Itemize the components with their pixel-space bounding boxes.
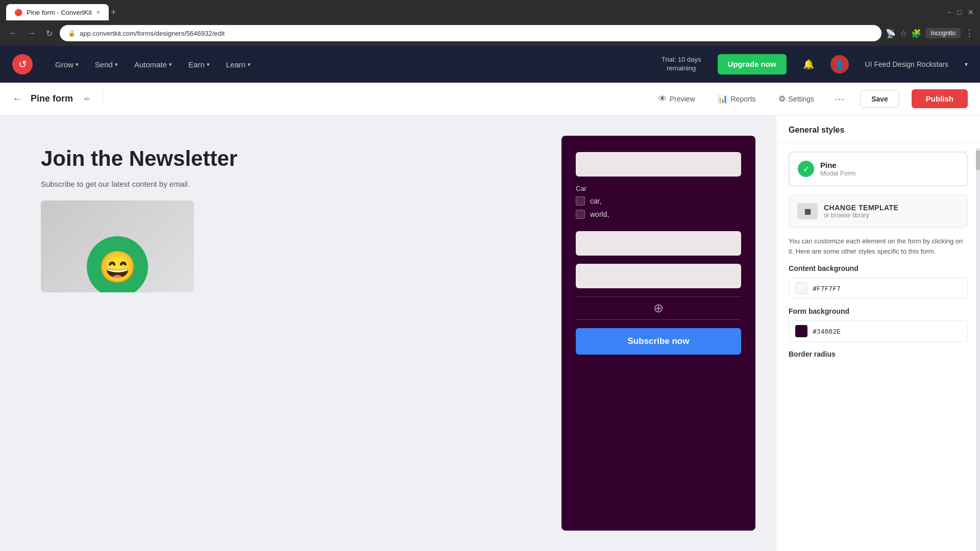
tab-bar: 🔴 Pine form - ConvertKit ✕ + − □ ✕	[0, 0, 980, 20]
checkbox-world[interactable]: world,	[576, 210, 741, 219]
change-template-subtitle: or browse library	[824, 212, 898, 219]
reload-button[interactable]: ↻	[43, 27, 56, 40]
back-button[interactable]: ←	[12, 93, 22, 105]
scrollbar-thumb[interactable]	[976, 150, 980, 170]
lock-icon: 🔒	[68, 30, 76, 37]
email-input[interactable]	[576, 231, 741, 256]
checkbox-car-label: car,	[590, 197, 602, 205]
scrollbar-track[interactable]	[976, 148, 980, 551]
preview-button[interactable]: 👁 Preview	[653, 91, 700, 107]
right-panel: General styles ✓ Pine Modal Form ▦ CHANG…	[776, 115, 980, 551]
nav-item-send[interactable]: Send ▾	[89, 57, 124, 72]
notification-bell-icon[interactable]: 🔔	[803, 59, 814, 70]
incognito-button[interactable]: Incognito	[925, 28, 961, 38]
nav-extras: 📡 ☆ 🧩 Incognito ⋮	[886, 28, 974, 39]
nav-earn-label: Earn	[188, 60, 205, 69]
menu-icon[interactable]: ⋮	[965, 28, 974, 39]
upgrade-button[interactable]: Upgrade now	[718, 54, 787, 74]
publish-button[interactable]: Publish	[912, 89, 968, 108]
save-button[interactable]: Save	[860, 90, 899, 108]
window-maximize-icon[interactable]: □	[958, 8, 962, 16]
nav-item-learn[interactable]: Learn ▾	[220, 57, 257, 72]
template-name: Pine	[820, 161, 855, 169]
general-styles-title: General styles	[789, 126, 968, 135]
first-name-input[interactable]	[576, 152, 741, 177]
window-minimize-icon[interactable]: −	[947, 8, 951, 16]
mascot-image: 😄	[87, 236, 148, 292]
add-icon: ⊕	[653, 301, 664, 315]
toolbar-divider	[103, 91, 103, 107]
change-template-card[interactable]: ▦ CHANGE TEMPLATE or browse library	[789, 194, 968, 228]
forward-button[interactable]: →	[24, 27, 39, 40]
form-title: Pine form	[31, 93, 73, 104]
reports-button[interactable]: 📊 Reports	[713, 91, 761, 107]
nav-automate-label: Automate	[134, 60, 167, 69]
form-background-label: Form background	[789, 307, 968, 315]
reports-label: Reports	[731, 95, 756, 103]
settings-icon: ⚙	[778, 94, 786, 104]
subscribe-button[interactable]: Subscribe now	[576, 328, 741, 355]
nav-bar: ← → ↻ 🔒 app.convertkit.com/forms/designe…	[0, 20, 980, 46]
content-background-picker[interactable]: #F7F7F7	[789, 278, 968, 299]
nav-item-earn[interactable]: Earn ▾	[182, 57, 216, 72]
checkbox-group: Car car, world,	[576, 185, 741, 223]
more-options-button[interactable]: ⋯	[831, 90, 848, 108]
nav-send-label: Send	[95, 60, 113, 69]
chevron-down-icon: ▾	[115, 61, 118, 68]
border-radius-label: Border radius	[789, 350, 968, 358]
window-close-icon[interactable]: ✕	[968, 8, 974, 16]
app-logo[interactable]: ↺	[12, 54, 33, 74]
url-text: app.convertkit.com/forms/designers/56469…	[80, 30, 225, 37]
back-button[interactable]: ←	[6, 27, 20, 40]
nav-grow-label: Grow	[55, 60, 74, 69]
nav-learn-label: Learn	[226, 60, 246, 69]
template-card[interactable]: ✓ Pine Modal Form	[789, 152, 968, 186]
style-hint: You can customize each element on the fo…	[789, 236, 968, 256]
preview-image-bg: 😄	[41, 201, 194, 292]
trial-text-line2: remaining	[662, 64, 701, 73]
extra-input[interactable]	[576, 264, 741, 288]
form-background-swatch	[795, 325, 807, 337]
right-panel-header: General styles	[776, 115, 980, 143]
edit-icon[interactable]: ✏	[84, 95, 90, 103]
main-area: Join the Newsletter Subscribe to get our…	[0, 115, 980, 551]
form-preview: Join the Newsletter Subscribe to get our…	[20, 136, 755, 531]
canvas: Join the Newsletter Subscribe to get our…	[0, 115, 776, 551]
checkbox-car[interactable]: car,	[576, 196, 741, 206]
nav-item-grow[interactable]: Grow ▾	[49, 57, 85, 72]
join-subtitle: Subscribe to get our latest content by e…	[41, 180, 541, 188]
trial-text-line1: Trial: 10 days	[662, 56, 701, 64]
checkbox-group-label: Car	[576, 185, 741, 192]
active-tab[interactable]: 🔴 Pine form - ConvertKit ✕	[6, 4, 109, 20]
nav-item-automate[interactable]: Automate ▾	[128, 57, 178, 72]
new-tab-button[interactable]: +	[111, 7, 116, 18]
add-field-button[interactable]: ⊕	[576, 296, 741, 320]
left-panel: Join the Newsletter Subscribe to get our…	[20, 136, 561, 531]
checkbox-car-box[interactable]	[576, 196, 585, 206]
preview-image: 😄	[41, 201, 194, 292]
close-tab-icon[interactable]: ✕	[96, 9, 101, 16]
settings-button[interactable]: ⚙ Settings	[773, 91, 820, 107]
change-template-title: CHANGE TEMPLATE	[824, 204, 898, 212]
checkbox-world-box[interactable]	[576, 210, 585, 219]
bookmark-icon[interactable]: ☆	[900, 29, 907, 38]
avatar[interactable]: 👤	[830, 55, 849, 73]
browser-chrome: 🔴 Pine form - ConvertKit ✕ + − □ ✕ ← → ↻…	[0, 0, 980, 46]
tab-title: Pine form - ConvertKit	[27, 9, 92, 16]
user-menu-chevron-icon[interactable]: ▾	[965, 61, 968, 68]
main-nav: Grow ▾ Send ▾ Automate ▾ Earn ▾ Learn ▾	[49, 57, 645, 72]
template-grid-icon: ▦	[797, 203, 818, 219]
eye-icon: 👁	[658, 94, 667, 104]
template-info: Pine Modal Form	[820, 161, 855, 177]
modal-form[interactable]: Car car, world, ⊕ Subscribe now	[561, 136, 755, 531]
content-background-label: Content background	[789, 264, 968, 272]
template-type: Modal Form	[820, 169, 855, 177]
form-background-picker[interactable]: #34002E	[789, 320, 968, 342]
settings-label: Settings	[789, 95, 815, 103]
url-bar[interactable]: 🔒 app.convertkit.com/forms/designers/564…	[60, 25, 881, 41]
user-name: UI Feed Design Rockstars	[865, 60, 948, 68]
template-check-icon: ✓	[798, 161, 814, 177]
toolbar-actions: 👁 Preview 📊 Reports ⚙ Settings ⋯ Save Pu…	[653, 89, 968, 108]
border-radius-section: Border radius	[776, 350, 980, 371]
preview-label: Preview	[670, 95, 695, 103]
